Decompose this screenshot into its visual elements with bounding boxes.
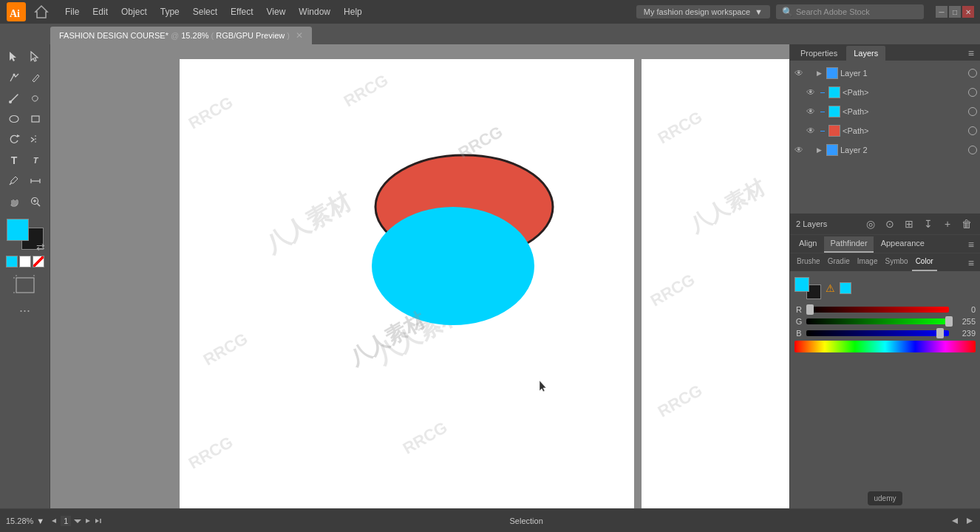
tab-brushes[interactable]: Brushe	[793, 255, 824, 271]
visibility-layer1[interactable]: 👁	[793, 67, 805, 79]
expand-layer1[interactable]: ▶	[817, 69, 824, 77]
layer-row-path2[interactable]: 👁 <Path>	[790, 102, 980, 121]
workspace-selector[interactable]: My fashion design workspace ▼	[636, 5, 770, 18]
measure-tool[interactable]	[25, 171, 47, 191]
visibility-layer2[interactable]: 👁	[793, 144, 805, 156]
hand-tool[interactable]	[4, 192, 25, 211]
menu-select[interactable]: Select	[187, 4, 223, 20]
tab-align[interactable]: Align	[793, 236, 823, 253]
rotate-tool[interactable]	[4, 130, 25, 149]
tab-close-button[interactable]: ✕	[296, 30, 303, 41]
more-tools[interactable]: ···	[19, 303, 30, 318]
move-selection-icon[interactable]: ↧	[921, 216, 936, 231]
color-panel-menu[interactable]: ≡	[965, 255, 977, 271]
layer1-target[interactable]	[968, 69, 977, 78]
tab-symbols[interactable]: Symbo	[882, 255, 912, 271]
layer-row-layer2[interactable]: 👁 ▶ Layer 2	[790, 140, 980, 160]
blob-brush-tool[interactable]	[25, 89, 47, 108]
delete-layer-icon[interactable]: 🗑	[959, 216, 974, 231]
svg-marker-31	[952, 518, 958, 524]
document-tab[interactable]: FASHION DESIGN COURSE* @ 15.28% ( RGB/GP…	[50, 27, 312, 44]
create-sublayer-icon[interactable]: ⊞	[902, 216, 916, 231]
tab-properties[interactable]: Properties	[793, 46, 845, 61]
menu-window[interactable]: Window	[293, 4, 336, 20]
search-placeholder: Search Adobe Stock	[796, 7, 870, 16]
artboard-tool[interactable]	[13, 275, 37, 297]
tab-appearance[interactable]: Appearance	[875, 236, 930, 253]
menu-edit[interactable]: Edit	[86, 4, 114, 20]
path1-target[interactable]	[968, 88, 977, 97]
ellipse-tool[interactable]	[4, 109, 25, 129]
b-thumb[interactable]	[936, 328, 944, 338]
color-mini-swatch[interactable]	[6, 256, 18, 267]
home-icon[interactable]	[31, 1, 52, 22]
visibility-path1[interactable]: 👁	[805, 86, 817, 98]
menu-object[interactable]: Object	[115, 4, 153, 20]
rectangle-tool[interactable]	[25, 109, 47, 129]
pen-tool[interactable]	[4, 68, 25, 87]
scroll-left-icon[interactable]	[950, 516, 959, 525]
layer-row-path1[interactable]: 👁 <Path>	[790, 83, 980, 102]
tab-image[interactable]: Image	[854, 255, 882, 271]
pencil-tool[interactable]	[25, 68, 47, 87]
color-spectrum[interactable]	[794, 341, 976, 352]
white-mini-swatch[interactable]	[19, 256, 31, 267]
color-preview-swatch[interactable]	[840, 282, 851, 294]
panel-menu-icon[interactable]: ≡	[968, 47, 974, 59]
type-tool[interactable]: T	[4, 151, 25, 170]
layer-row-layer1[interactable]: 👁 ▶ Layer 1	[790, 64, 980, 83]
eyedropper-tool[interactable]	[4, 171, 25, 191]
reflect-tool[interactable]	[25, 130, 47, 149]
path1-line	[820, 92, 825, 93]
menu-view[interactable]: View	[261, 4, 292, 20]
artboard-main: RRCG RRCG 八人素材 RRCG RRCG 八人素材 RRCG RRCG	[180, 59, 634, 508]
swap-fill-stroke[interactable]: ⇄	[36, 241, 45, 253]
menu-effect[interactable]: Effect	[225, 4, 259, 20]
scroll-right-icon[interactable]	[965, 516, 974, 525]
svg-marker-32	[967, 518, 973, 524]
watermark-r2: RRCG	[647, 270, 698, 311]
sub-panel-menu[interactable]: ≡	[965, 236, 977, 253]
search-box[interactable]: 🔍 Search Adobe Stock	[776, 4, 924, 19]
expand-layer2[interactable]: ▶	[817, 146, 824, 154]
direct-select-tool[interactable]	[25, 47, 47, 66]
visibility-path3[interactable]: 👁	[805, 125, 817, 137]
visibility-path2[interactable]: 👁	[805, 106, 817, 117]
menu-type[interactable]: Type	[154, 4, 186, 20]
layer-row-path3[interactable]: 👁 <Path>	[790, 121, 980, 140]
tab-color[interactable]: Color	[912, 255, 937, 271]
locate-object-icon[interactable]: ◎	[863, 216, 878, 231]
color-fill-mini[interactable]	[794, 277, 809, 292]
new-layer-icon[interactable]: +	[940, 216, 955, 231]
r-thumb[interactable]	[806, 304, 814, 315]
selection-tool[interactable]	[4, 47, 25, 66]
zoom-tool[interactable]	[25, 192, 47, 211]
g-thumb[interactable]	[945, 316, 953, 327]
canvas-area[interactable]: RRCG RRCG 八人素材 RRCG RRCG 八人素材 RRCG RRCG …	[50, 44, 789, 508]
next-artboard-icon[interactable]	[84, 517, 92, 525]
g-slider[interactable]	[806, 318, 949, 324]
prev-artboard-icon[interactable]	[50, 517, 58, 525]
menu-file[interactable]: File	[59, 4, 85, 20]
tab-gradient[interactable]: Gradie	[824, 255, 854, 271]
artboard-page-dropdown[interactable]	[74, 517, 81, 525]
maximize-button[interactable]: □	[949, 6, 961, 18]
layer2-target[interactable]	[968, 146, 977, 154]
fill-swatch[interactable]	[7, 219, 29, 241]
path3-target[interactable]	[968, 126, 977, 135]
close-button[interactable]: ✕	[962, 6, 974, 18]
paintbrush-tool[interactable]	[4, 89, 25, 108]
path2-target[interactable]	[968, 107, 977, 116]
minimize-button[interactable]: ─	[936, 6, 947, 18]
menu-help[interactable]: Help	[338, 4, 368, 20]
touch-type-tool[interactable]: T	[25, 151, 47, 170]
make-mask-icon[interactable]: ⊙	[882, 216, 897, 231]
zoom-down-arrow[interactable]: ▼	[36, 516, 44, 525]
none-swatch[interactable]	[33, 256, 44, 267]
last-artboard-icon[interactable]	[95, 517, 102, 525]
r-slider[interactable]	[806, 307, 949, 313]
shape-tool-group	[4, 109, 47, 129]
b-slider[interactable]	[806, 330, 949, 336]
tab-pathfinder[interactable]: Pathfinder	[824, 236, 873, 253]
tab-layers[interactable]: Layers	[846, 46, 885, 61]
